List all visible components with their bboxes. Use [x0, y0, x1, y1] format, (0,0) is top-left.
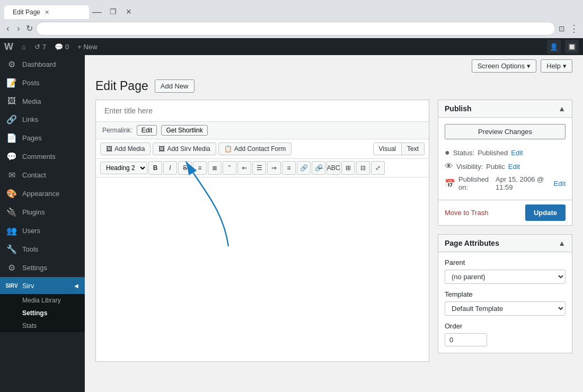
- sidebar-item-label: Settings: [22, 264, 47, 272]
- sidebar-item-posts[interactable]: 📝 Posts: [0, 74, 85, 92]
- visibility-edit-link[interactable]: Edit: [508, 163, 520, 171]
- get-shortlink-button[interactable]: Get Shortlink: [161, 125, 207, 136]
- sidebar-item-tools[interactable]: 🔧 Tools: [0, 240, 85, 259]
- screen-options-chevron-icon: ▾: [527, 62, 531, 70]
- parent-select[interactable]: (no parent): [445, 270, 566, 284]
- link-button[interactable]: 🔗: [297, 161, 311, 175]
- tab-close-icon[interactable]: ✕: [45, 9, 49, 16]
- sidebar-item-pages[interactable]: 📄 Pages: [0, 129, 85, 147]
- admin-bar-icon-1[interactable]: 👤: [547, 40, 561, 54]
- browser-tab[interactable]: Edit Page ✕: [4, 5, 89, 19]
- add-sirv-media-button[interactable]: 🖼 Add Sirv Media: [153, 142, 216, 155]
- sidebar-item-users[interactable]: 👥 Users: [0, 221, 85, 240]
- window-minimize-icon[interactable]: —: [89, 4, 105, 19]
- strikethrough-button[interactable]: S: [178, 161, 192, 175]
- sidebar-item-media[interactable]: 🖼 Media: [0, 92, 85, 110]
- calendar-icon: 📅: [445, 179, 455, 189]
- fullscreen-button[interactable]: ⤢: [371, 161, 385, 175]
- visual-tab[interactable]: Visual: [374, 143, 402, 155]
- italic-button[interactable]: I: [163, 161, 177, 175]
- template-select[interactable]: Default Template: [445, 301, 566, 316]
- sidebar-item-links[interactable]: 🔗 Links: [0, 110, 85, 129]
- add-contact-form-label: Add Contact Form: [234, 145, 286, 153]
- sirv-media-library-link[interactable]: Media Library: [0, 294, 85, 307]
- back-button[interactable]: ‹: [4, 25, 12, 32]
- sidebar-item-label: Appearance: [22, 190, 59, 198]
- heading-select[interactable]: Heading 2: [100, 162, 147, 174]
- browser-extension-icon[interactable]: ⊡: [559, 24, 565, 33]
- admin-bar-updates[interactable]: ↺ 7: [34, 43, 46, 51]
- blockquote-button[interactable]: ": [223, 161, 236, 175]
- pages-icon: 📄: [6, 133, 17, 143]
- permalink-edit-button[interactable]: Edit: [137, 125, 157, 136]
- sirv-settings-link[interactable]: Settings: [0, 307, 85, 319]
- spellcheck-button[interactable]: ABC: [326, 161, 340, 175]
- sidebar-item-comments[interactable]: 💬 Comments: [0, 147, 85, 166]
- add-new-button[interactable]: Add New: [155, 79, 195, 93]
- add-contact-form-button[interactable]: 📋 Add Contact Form: [218, 142, 292, 155]
- preview-changes-button[interactable]: Preview Changes: [445, 124, 566, 139]
- visibility-label: Visibility:: [456, 163, 483, 171]
- publish-panel-actions: Move to Trash Update: [438, 200, 572, 225]
- sidebar-item-dashboard[interactable]: ⚙ Dashboard: [0, 55, 85, 74]
- align-right-button[interactable]: ⇒: [267, 161, 281, 175]
- bold-button[interactable]: B: [148, 161, 162, 175]
- publish-panel-collapse-button[interactable]: ▲: [558, 104, 566, 113]
- admin-bar-home[interactable]: ⌂: [22, 43, 26, 51]
- align-left-button[interactable]: ⇐: [237, 161, 251, 175]
- status-icon: ●: [445, 148, 450, 157]
- move-to-trash-link[interactable]: Move to Trash: [445, 209, 488, 217]
- title-area: [96, 100, 429, 122]
- address-bar[interactable]: [36, 22, 555, 35]
- admin-bar-wp-logo[interactable]: W: [4, 41, 13, 52]
- help-button[interactable]: Help ▾: [541, 59, 572, 73]
- order-input[interactable]: [445, 333, 487, 346]
- table2-button[interactable]: ⊟: [356, 161, 370, 175]
- update-button[interactable]: Update: [525, 204, 566, 221]
- sidebar-panels: Publish ▲ Preview Changes ● Status: Publ…: [429, 100, 572, 362]
- status-edit-link[interactable]: Edit: [511, 149, 523, 157]
- window-restore-icon[interactable]: ❐: [105, 4, 121, 19]
- align-center-button[interactable]: ☰: [252, 161, 266, 175]
- page-attributes-collapse-button[interactable]: ▲: [558, 239, 566, 247]
- links-icon: 🔗: [6, 114, 17, 124]
- unordered-list-button[interactable]: ≡: [193, 161, 207, 175]
- sidebar-item-sirv[interactable]: SIRV Sirv ◀: [0, 277, 85, 294]
- reload-button[interactable]: ↻: [25, 25, 33, 32]
- published-on-edit-link[interactable]: Edit: [554, 180, 566, 188]
- sidebar-item-appearance[interactable]: 🎨 Appearance: [0, 184, 85, 203]
- sirv-icon: SIRV: [6, 281, 17, 290]
- browser-menu-icon[interactable]: ⋮: [569, 23, 579, 34]
- parent-label: Parent: [445, 259, 566, 266]
- comments-sidebar-icon: 💬: [6, 152, 17, 162]
- page-title: Edit Page: [95, 79, 148, 93]
- admin-bar-comments[interactable]: 💬 0: [55, 43, 69, 51]
- page-attributes-content: Parent (no parent) Template Default Temp…: [438, 252, 572, 353]
- window-close-icon[interactable]: ✕: [121, 4, 137, 19]
- sidebar-collapse-icon[interactable]: ◀: [74, 283, 78, 289]
- sidebar-item-label: Posts: [22, 79, 40, 87]
- align-justify-button[interactable]: ≡: [282, 161, 296, 175]
- status-value: Published: [478, 149, 508, 157]
- page-title-input[interactable]: [102, 104, 422, 117]
- page-attributes-panel-header: Page Attributes ▲: [438, 235, 572, 252]
- editor-body[interactable]: [96, 177, 429, 347]
- table-button[interactable]: ⊞: [341, 161, 355, 175]
- unlink-button[interactable]: 🔗̶: [312, 161, 325, 175]
- add-media-button[interactable]: 🖼 Add Media: [100, 142, 151, 155]
- screen-options-button[interactable]: Screen Options ▾: [472, 59, 537, 73]
- top-bar: Screen Options ▾ Help ▾: [85, 55, 583, 77]
- sidebar-item-plugins[interactable]: 🔌 Plugins: [0, 203, 85, 221]
- sidebar-item-contact[interactable]: ✉ Contact: [0, 166, 85, 184]
- ordered-list-button[interactable]: ≣: [208, 161, 222, 175]
- admin-bar-icon-2[interactable]: 🔲: [565, 40, 579, 54]
- sidebar-item-settings[interactable]: ⚙ Settings: [0, 259, 85, 277]
- text-tab[interactable]: Text: [402, 143, 424, 155]
- admin-bar-new[interactable]: + New: [77, 43, 97, 51]
- forward-button[interactable]: ›: [15, 25, 22, 32]
- updates-count: 7: [42, 43, 46, 51]
- browser-chrome: Edit Page ✕ — ❐ ✕ ‹ › ↻ ⊡ ⋮: [0, 0, 583, 38]
- add-media-icon: 🖼: [106, 145, 112, 153]
- sirv-stats-link[interactable]: Stats: [0, 319, 85, 332]
- publish-panel: Publish ▲ Preview Changes ● Status: Publ…: [438, 100, 572, 226]
